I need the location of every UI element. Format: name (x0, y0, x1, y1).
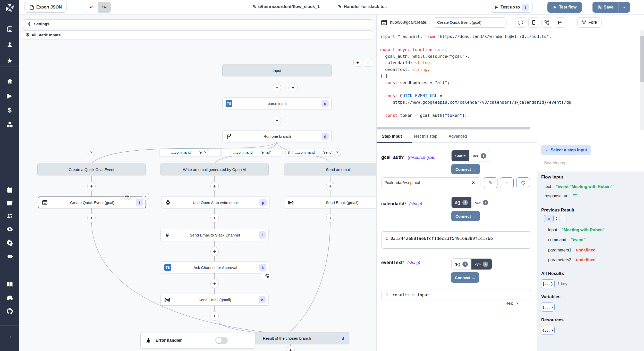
variables-object-button[interactable]: {...} (541, 303, 555, 312)
tab-test-this-step[interactable]: Test this step (413, 134, 437, 139)
search-prop-input[interactable] (541, 158, 641, 168)
step-id-badge[interactable]: k (259, 264, 266, 271)
insert-step-button[interactable]: + (326, 182, 334, 191)
javascript-mode-button[interactable]: </>i (469, 150, 490, 161)
edit-resource-button[interactable]: ✎ (484, 177, 497, 188)
windmill-logo[interactable] (0, 2, 19, 13)
insert-step-button[interactable]: + (273, 116, 281, 125)
flow-node-parse-input[interactable]: TS parse input c (222, 97, 332, 109)
tab-step-input[interactable]: Step Input (382, 134, 402, 139)
suspend-step-button[interactable] (262, 271, 272, 280)
undo-button[interactable]: ↶ (85, 2, 98, 13)
flow-node-create-quick-event[interactable]: 31 Create Quick Event (gcal) t × (38, 197, 146, 208)
sidebar-item-variables[interactable]: $ (0, 104, 19, 116)
test-flow-button[interactable]: Test flow (547, 2, 582, 13)
suspend-button[interactable] (541, 17, 552, 28)
sidebar-item-discord[interactable] (0, 292, 19, 304)
flow-node-send-email-gmail-2[interactable]: Send Email (gmail) o (160, 294, 269, 306)
error-handler-toggle[interactable] (215, 337, 228, 344)
info-icon[interactable]: i (462, 262, 468, 267)
insert-step-button[interactable]: + (87, 213, 96, 223)
calendar-id-connect-button[interactable]: Connect → (451, 211, 480, 221)
sidebar-item-favorites[interactable]: ★ (0, 55, 19, 66)
prop-row-input[interactable]: input : "Meeting with Ruben" (548, 228, 605, 232)
mobile-view-button[interactable] (528, 17, 539, 28)
sidebar-item-groups[interactable] (0, 210, 19, 222)
step-id-badge[interactable]: d (339, 334, 346, 342)
prop-row-parameters2[interactable]: parameters2 : undefined (548, 258, 596, 262)
template-mode-button[interactable]: ${}i (452, 197, 471, 208)
event-text-connect-button[interactable]: Connect → (451, 272, 479, 283)
prop-row-text[interactable]: text : "event "Meeting with Ruben"" (545, 184, 614, 189)
sidebar-item-settings[interactable] (0, 237, 19, 248)
flow-path-breadcrumb[interactable]: ✎ u/henricourdent/flow_slack_1 (252, 4, 320, 9)
add-trigger-button[interactable] (289, 83, 298, 92)
prop-row-command[interactable]: command : "event" (548, 238, 586, 242)
sidebar-item-audit[interactable] (0, 224, 19, 235)
flow-node-send-slack[interactable]: # Send Email to Slack Channel r (160, 229, 269, 241)
reload-script-button[interactable] (515, 17, 526, 28)
sidebar-item-folders[interactable] (0, 197, 19, 209)
step-id-badge[interactable]: p (259, 199, 267, 206)
sidebar-expand-button[interactable]: → (0, 330, 19, 341)
refresh-resource-button[interactable] (516, 177, 530, 188)
info-icon[interactable]: i (481, 153, 486, 159)
select-step-input-button[interactable]: ← Select a step input (541, 145, 591, 155)
flow-node-ask-approval[interactable]: TS Ask Channel for Approval k (161, 262, 269, 273)
insert-step-button[interactable]: + (210, 182, 219, 191)
info-icon[interactable]: i (483, 262, 488, 267)
step-id-badge[interactable]: t (136, 199, 143, 206)
sidebar-item-resources[interactable] (0, 119, 19, 130)
step-id-badge[interactable]: r (259, 231, 266, 239)
resources-object-button[interactable]: {...} (541, 326, 555, 335)
javascript-mode-button[interactable]: </>i (471, 197, 492, 208)
all-results-object-button[interactable]: {...} (541, 279, 555, 288)
add-resource-button[interactable]: + (500, 177, 514, 188)
sidebar-item-schedules[interactable] (0, 184, 19, 196)
event-text-expression-editor[interactable]: 1 results.c.input (381, 290, 531, 299)
sleep-button[interactable] (555, 17, 565, 28)
vertical-scrollbar-thumb[interactable] (640, 36, 644, 82)
static-mode-button[interactable]: Static (452, 150, 469, 161)
step-summary-input[interactable] (434, 17, 506, 28)
step-id-badge[interactable]: d (321, 133, 329, 140)
flow-canvas[interactable]: Settings $ All Static Inputs + - × ....c… (19, 15, 377, 351)
redo-button[interactable]: ↷ (98, 2, 111, 13)
resource-path-input[interactable] (381, 177, 480, 188)
move-branch-button[interactable] (285, 149, 293, 156)
branch-condition[interactable]: ....command === 'event' (160, 149, 220, 156)
delete-step-button[interactable]: × (142, 193, 149, 200)
insert-step-button[interactable]: + (210, 213, 219, 223)
sidebar-item-user[interactable] (0, 39, 19, 50)
step-c-badge[interactable]: c (544, 215, 554, 222)
sidebar-item-docs[interactable] (0, 279, 19, 290)
flow-name-breadcrumb[interactable]: ✎ Handler for slack b... (338, 4, 387, 9)
calendar-id-input[interactable]: c_0312442e881ae6fcf1dec23f54916a389f1c17… (381, 231, 531, 249)
sidebar-item-github[interactable] (0, 306, 19, 317)
error-handler-card[interactable]: Error handler (140, 332, 255, 349)
sidebar-item-workspace[interactable] (0, 23, 19, 35)
step-id-badge[interactable]: c (321, 100, 329, 107)
delete-branch-button[interactable]: × (88, 149, 95, 156)
flow-node-send-email-gmail-1[interactable]: Send Email (gmail) (284, 197, 377, 208)
insert-step-button[interactable]: + (326, 213, 334, 223)
help-link[interactable]: Help (505, 301, 520, 305)
horizontal-scrollbar[interactable] (377, 127, 530, 129)
insert-step-button[interactable]: + (273, 83, 281, 92)
prop-row-parameters1[interactable]: parameters1 : undefined (548, 248, 596, 252)
branch-condition[interactable]: ....command === 'email' (222, 149, 282, 156)
info-icon[interactable]: i (483, 200, 488, 205)
insert-step-button[interactable]: + (210, 247, 219, 256)
fork-button[interactable]: Fork (577, 17, 602, 28)
flow-node-run-one-branch[interactable]: Run one branch d (222, 130, 332, 142)
clear-resource-button[interactable]: × (472, 180, 475, 185)
gcal-auth-connect-button[interactable]: Connect → (451, 164, 480, 174)
save-button[interactable]: Save (592, 2, 618, 13)
test-up-to-button[interactable]: Test up to t (491, 2, 533, 13)
delete-branch-button[interactable]: × (201, 149, 209, 156)
save-dropdown-button[interactable] (618, 2, 630, 13)
collapse-result-button[interactable]: - (560, 215, 566, 222)
export-json-button[interactable]: Export JSON (24, 2, 67, 13)
step-id-badge[interactable]: o (259, 296, 266, 303)
branch-condition[interactable]: ....command === 'send' (288, 149, 339, 156)
